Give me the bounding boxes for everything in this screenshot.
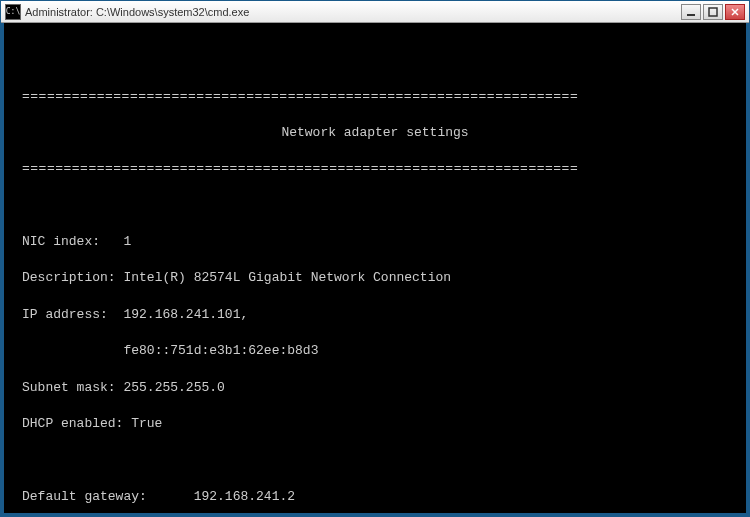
dhcp-label: DHCP enabled: (22, 415, 131, 433)
maximize-icon (708, 7, 718, 17)
svg-rect-1 (709, 8, 717, 16)
description-value: Intel(R) 82574L Gigabit Network Connecti… (123, 269, 451, 287)
cmd-icon: C:\ (5, 4, 21, 20)
ip-address-label: IP address: (22, 306, 123, 324)
description-row: Description: Intel(R) 82574L Gigabit Net… (22, 269, 728, 287)
gateway-row: Default gateway: 192.168.241.2 (22, 488, 728, 506)
nic-index-label: NIC index: (22, 233, 123, 251)
separator-top: ========================================… (22, 88, 728, 106)
titlebar[interactable]: C:\ Administrator: C:\Windows\system32\c… (1, 1, 749, 23)
nic-index-value: 1 (123, 233, 131, 251)
ip-address-value: 192.168.241.101, (123, 306, 248, 324)
separator-bottom: ========================================… (22, 160, 728, 178)
close-icon (730, 7, 740, 17)
nic-index-row: NIC index: 1 (22, 233, 728, 251)
subnet-label: Subnet mask: (22, 379, 123, 397)
gateway-label: Default gateway: (22, 488, 194, 506)
ip-address-v6-row: fe80::751d:e3b1:62ee:b8d3 (22, 342, 728, 360)
dhcp-row: DHCP enabled: True (22, 415, 728, 433)
window-controls (681, 4, 745, 20)
window-title: Administrator: C:\Windows\system32\cmd.e… (25, 6, 681, 18)
maximize-button[interactable] (703, 4, 723, 20)
ip-address-v6-value: fe80::751d:e3b1:62ee:b8d3 (123, 342, 318, 360)
header-title: Network adapter settings (22, 124, 728, 142)
ip-address-pad (22, 342, 123, 360)
minimize-icon (686, 7, 696, 17)
description-label: Description: (22, 269, 123, 287)
subnet-row: Subnet mask: 255.255.255.0 (22, 379, 728, 397)
minimize-button[interactable] (681, 4, 701, 20)
cmd-window: C:\ Administrator: C:\Windows\system32\c… (0, 0, 750, 517)
subnet-value: 255.255.255.0 (123, 379, 224, 397)
ip-address-row: IP address: 192.168.241.101, (22, 306, 728, 324)
close-button[interactable] (725, 4, 745, 20)
gateway-value: 192.168.241.2 (194, 488, 295, 506)
dhcp-value: True (131, 415, 162, 433)
svg-rect-0 (687, 14, 695, 16)
console-output[interactable]: ========================================… (1, 23, 749, 516)
